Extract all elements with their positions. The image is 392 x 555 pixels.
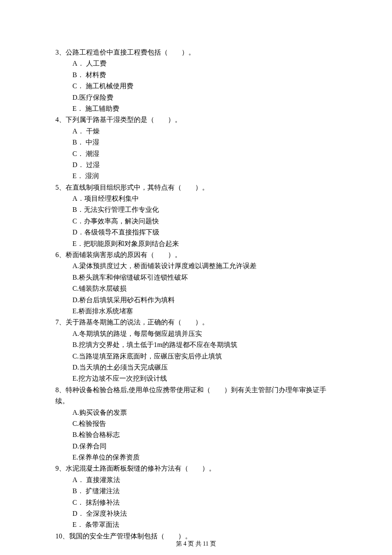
- option-b: B． 中湿: [55, 137, 337, 148]
- question-text: 下列属于路基干湿类型的是（ ）。: [66, 116, 182, 123]
- question-text: 水泥混凝土路面断板裂缝的修补方法有（ ）。: [66, 465, 216, 472]
- option-a: A.冬期填筑的路堤，每层每侧应超填并压实: [55, 328, 337, 339]
- question-stem: 7、关于路基冬期施工的说法，正确的有（ ）。: [55, 317, 337, 328]
- question-stem-continuation: 续。: [55, 396, 337, 407]
- option-c: C．办事效率高，解决问题快: [55, 216, 337, 227]
- option-e: E．把职能原则和对象原则结合起来: [55, 238, 337, 249]
- question-number: 7: [55, 318, 59, 326]
- question-7: 7、关于路基冬期施工的说法，正确的有（ ）。 A.冬期填筑的路堤，每层每侧应超填…: [55, 317, 337, 384]
- option-c: C． 抹刮修补法: [55, 497, 337, 508]
- question-stem: 9、水泥混凝土路面断板裂缝的修补方法有（ ）。: [55, 463, 337, 474]
- page-footer: 第 4 页 共 11 页: [0, 539, 392, 549]
- option-b: B.检验合格标志: [55, 429, 337, 440]
- option-d: D.保养合同: [55, 441, 337, 452]
- option-b: B．无法实行管理工作专业化: [55, 204, 337, 215]
- question-6: 6、桥面铺装病害形成的原因有（ ）。 A.梁体预拱度过大，桥面铺装设计厚度难以调…: [55, 249, 337, 317]
- option-c: C.当路堤填至路床底面时，应碾压密实后停止填筑: [55, 351, 337, 362]
- question-text: 关于路基冬期施工的说法，正确的有（ ）。: [66, 318, 209, 326]
- option-b: B． 扩缝灌注法: [55, 486, 337, 497]
- question-stem: 5、在直线制项目组织形式中，其特点有（ ）。: [55, 182, 337, 193]
- option-a: A． 直接灌浆法: [55, 474, 337, 486]
- question-text: 桥面铺装病害形成的原因有（ ）。: [66, 251, 182, 258]
- question-5: 5、在直线制项目组织形式中，其特点有（ ）。 A．项目经理权利集中 B．无法实行…: [55, 182, 337, 249]
- option-e: E． 施工辅助费: [55, 103, 337, 114]
- option-e: E.保养单位的保养资质: [55, 452, 337, 463]
- option-a: A．项目经理权利集中: [55, 193, 337, 204]
- option-b: B.挖填方交界处，填土低于1m的路堤都不应在冬期填筑: [55, 339, 337, 350]
- option-b: B． 材料费: [55, 69, 337, 81]
- question-3: 3、公路工程造价中直接工程费包括（ ）。 A． 人工费 B． 材料费 C． 施工…: [55, 47, 337, 114]
- question-number: 5: [55, 184, 59, 191]
- option-d: D.医疗保险费: [55, 92, 337, 103]
- question-number: 9: [55, 465, 59, 472]
- option-c: C． 潮湿: [55, 148, 337, 159]
- question-number: 8: [55, 386, 59, 393]
- option-e: E.桥面排水系统堵塞: [55, 306, 337, 317]
- option-e: E． 湿润: [55, 171, 337, 182]
- question-9: 9、水泥混凝土路面断板裂缝的修补方法有（ ）。 A． 直接灌浆法 B． 扩缝灌注…: [55, 463, 337, 530]
- question-8: 8、特种设备检验合格后,使用单位应携带使用证和（ ）到有关主管部门办理年审换证手…: [55, 384, 337, 463]
- option-c: C.检验报告: [55, 418, 337, 429]
- option-a: A． 人工费: [55, 58, 337, 69]
- option-a: A.梁体预拱度过大，桥面铺装设计厚度难以调整施工允许误差: [55, 260, 337, 272]
- option-d: D.当天填的土必须当天完成碾压: [55, 362, 337, 373]
- question-stem: 3、公路工程造价中直接工程费包括（ ）。: [55, 47, 337, 58]
- question-number: 3: [55, 49, 59, 56]
- option-e: E.挖方边坡不应一次挖到设计线: [55, 373, 337, 384]
- option-c: C.铺装防水层破损: [55, 283, 337, 294]
- option-c: C． 施工机械使用费: [55, 81, 337, 92]
- question-number: 6: [55, 251, 59, 258]
- question-text: 特种设备检验合格后,使用单位应携带使用证和（ ）到有关主管部门办理年审换证手: [66, 386, 326, 393]
- question-number: 4: [55, 116, 59, 123]
- option-d: D． 过湿: [55, 159, 337, 171]
- option-d: D.桥台后填筑采用砂石料作为填料: [55, 295, 337, 306]
- question-stem: 6、桥面铺装病害形成的原因有（ ）。: [55, 249, 337, 260]
- exam-page: 3、公路工程造价中直接工程费包括（ ）。 A． 人工费 B． 材料费 C． 施工…: [0, 0, 392, 555]
- option-a: A.购买设备的发票: [55, 407, 337, 418]
- question-4: 4、下列属于路基干湿类型的是（ ）。 A． 干燥 B． 中湿 C． 潮湿 D． …: [55, 114, 337, 182]
- question-text: 公路工程造价中直接工程费包括（ ）。: [66, 49, 195, 56]
- question-stem: 8、特种设备检验合格后,使用单位应携带使用证和（ ）到有关主管部门办理年审换证手: [55, 384, 337, 396]
- question-stem: 4、下列属于路基干湿类型的是（ ）。: [55, 114, 337, 125]
- option-d: D． 全深度补块法: [55, 508, 337, 519]
- question-text: 在直线制项目组织形式中，其特点有（ ）。: [66, 184, 209, 191]
- option-e: E． 条带罩面法: [55, 519, 337, 530]
- option-d: D．各级领导不直接指挥下级: [55, 227, 337, 238]
- option-b: B.桥头跳车和伸缩缝破坏引连锁性破坏: [55, 272, 337, 283]
- option-a: A． 干燥: [55, 126, 337, 137]
